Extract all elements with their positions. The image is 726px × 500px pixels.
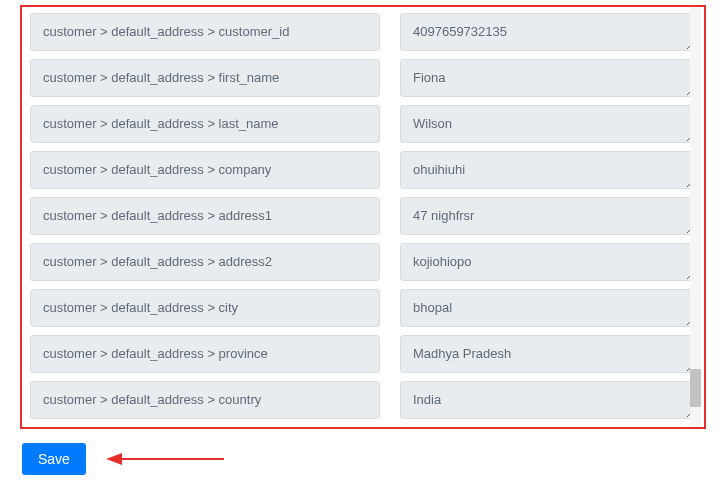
field-value-input[interactable] [400,197,696,235]
field-path-label: customer > default_address > first_name [30,59,380,97]
field-row: customer > default_address > first_name [30,59,696,97]
field-path-label: customer > default_address > city [30,289,380,327]
field-value-input[interactable] [400,381,696,419]
field-value-input[interactable] [400,289,696,327]
field-path-label: customer > default_address > last_name [30,105,380,143]
annotation-arrow-icon [106,450,226,468]
save-button[interactable]: Save [22,443,86,475]
field-value-input[interactable] [400,151,696,189]
field-value-input[interactable] [400,243,696,281]
field-row: customer > default_address > province [30,335,696,373]
fields-panel: customer > default_address > customer_id… [20,5,706,429]
field-value-input[interactable] [400,13,696,51]
field-value-input[interactable] [400,105,696,143]
scrollbar-thumb[interactable] [690,369,701,407]
field-path-label: customer > default_address > province [30,335,380,373]
svg-marker-1 [106,453,122,465]
field-value-input[interactable] [400,335,696,373]
field-path-label: customer > default_address > country [30,381,380,419]
field-row: customer > default_address > country [30,381,696,419]
field-row: customer > default_address > address2 [30,243,696,281]
scrollbar-track[interactable] [690,7,701,427]
field-path-label: customer > default_address > customer_id [30,13,380,51]
field-path-label: customer > default_address > company [30,151,380,189]
field-row: customer > default_address > customer_id [30,13,696,51]
field-row: customer > default_address > city [30,289,696,327]
field-row: customer > default_address > company [30,151,696,189]
field-path-label: customer > default_address > address1 [30,197,380,235]
field-value-input[interactable] [400,59,696,97]
field-path-label: customer > default_address > address2 [30,243,380,281]
field-row: customer > default_address > last_name [30,105,696,143]
field-row: customer > default_address > address1 [30,197,696,235]
